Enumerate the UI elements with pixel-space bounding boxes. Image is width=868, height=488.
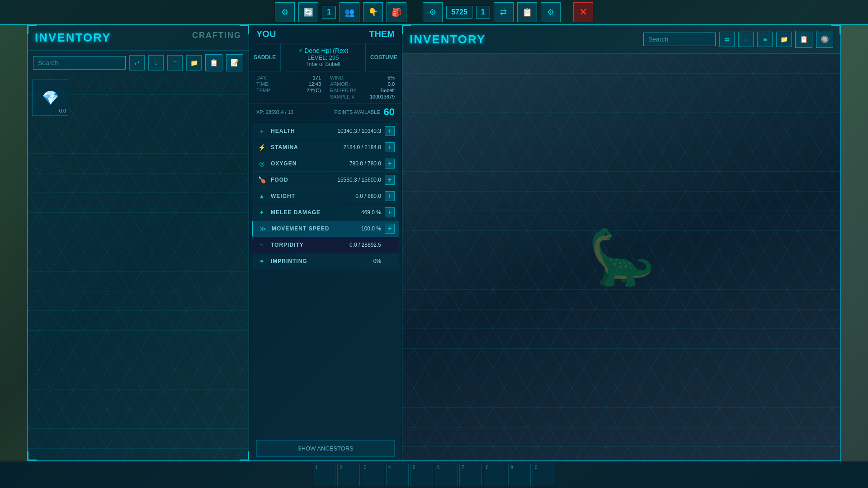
left-sort-btn[interactable]: ≡ xyxy=(167,55,183,70)
temp-row: TEMP: 24°(C) xyxy=(256,88,321,93)
armor-label: ARMOR: xyxy=(330,81,350,87)
hud-transfer-btn[interactable]: ⇄ xyxy=(494,2,514,22)
dino-gender: ♂ Done HpI (Rex) xyxy=(286,47,360,54)
temp-label: TEMP: xyxy=(256,88,272,93)
hud-engrams-btn[interactable]: ⚙ xyxy=(275,2,295,22)
armor-value: 0.0 xyxy=(388,81,395,87)
hud-sort-btn[interactable]: 📋 xyxy=(517,2,537,22)
hotbar-slot-1[interactable]: 1 xyxy=(313,464,335,486)
stat-row-imprinting: ❧ IMPRINTING 0% xyxy=(252,253,399,269)
xp-area: XP: 28593.4 / 10 POINTS AVAILABLE 60 xyxy=(249,103,402,121)
health-plus-btn[interactable]: + xyxy=(385,126,395,136)
stat-row-health[interactable]: + HEALTH 10340.3 / 10340.3 + xyxy=(252,123,399,139)
stat-row-movement[interactable]: ≫ MOVEMENT SPEED 100.0 % + xyxy=(252,221,399,237)
sample-row: SAMPLE #: 100013679 xyxy=(330,94,395,99)
left-folder-btn[interactable]: 📁 xyxy=(186,55,202,70)
right-folder-btn[interactable]: 📁 xyxy=(776,32,792,47)
sample-label: SAMPLE #: xyxy=(330,94,356,99)
hotbar-slot-9[interactable]: 9 xyxy=(508,464,531,486)
hotbar-slot-3[interactable]: 3 xyxy=(362,464,384,486)
left-notes-btn[interactable]: 📝 xyxy=(226,54,243,71)
right-sort-btn[interactable]: ≡ xyxy=(757,32,773,47)
stat-row-weight[interactable]: ▲ WEIGHT 0.0 / 880.0 + xyxy=(252,188,399,204)
oxygen-plus-btn[interactable]: + xyxy=(385,159,395,169)
gem-value: 0.0 xyxy=(59,108,66,113)
raised-value: Bobelt xyxy=(381,88,395,93)
right-drop-btn[interactable]: ↓ xyxy=(738,32,754,47)
hotbar-slot-7[interactable]: 7 xyxy=(459,464,482,486)
food-plus-btn[interactable]: + xyxy=(385,175,395,185)
hotbar-slot-6[interactable]: 6 xyxy=(435,464,458,486)
weight-plus-btn[interactable]: + xyxy=(385,191,395,201)
temp-value: 24°(C) xyxy=(307,88,321,93)
left-search-input[interactable] xyxy=(33,56,126,70)
torpidity-icon: ~ xyxy=(256,239,267,250)
hotbar-num-1: 1 xyxy=(315,465,318,470)
movement-label: MOVEMENT SPEED xyxy=(272,225,336,232)
hud-drop-btn[interactable]: 👇 xyxy=(363,2,383,22)
wind-label: WIND: xyxy=(330,75,344,80)
stat-row-food[interactable]: 🍗 FOOD 15560.3 / 15600.0 + xyxy=(252,172,399,188)
hud-tribe-btn[interactable]: 👥 xyxy=(340,2,359,22)
points-label: POINTS AVAILABLE xyxy=(334,109,380,115)
stat-row-oxygen[interactable]: ◎ OXYGEN 780.0 / 780.0 + xyxy=(252,156,399,172)
oxygen-label: OXYGEN xyxy=(271,160,336,167)
points-value: 60 xyxy=(384,106,395,118)
right-creature-silhouette: 🦕 xyxy=(588,225,656,289)
left-craft-btn[interactable]: 📋 xyxy=(205,54,222,71)
right-craft-btn[interactable]: 📋 xyxy=(795,31,812,48)
imprinting-icon: ❧ xyxy=(256,256,267,267)
hotbar-slot-4[interactable]: 4 xyxy=(386,464,409,486)
melee-label: MELEE DAMAGE xyxy=(271,209,336,216)
imprinting-value: 0% xyxy=(336,258,381,264)
right-dino-viewer: 🦕 xyxy=(402,54,840,460)
raised-row: RAISED BY: Bobelt xyxy=(330,88,395,93)
left-transfer-btn[interactable]: ⇄ xyxy=(129,55,145,70)
stats-section: + HEALTH 10340.3 / 10340.3 + ⚡ STAMINA 2… xyxy=(249,121,402,436)
close-button[interactable]: ✕ xyxy=(573,2,593,22)
hotbar-slot-2[interactable]: 2 xyxy=(337,464,360,486)
hud-inventory-btn[interactable]: 🔄 xyxy=(298,2,318,22)
stamina-plus-btn[interactable]: + xyxy=(385,142,395,152)
stamina-label: STAMINA xyxy=(271,144,336,150)
crafting-tab[interactable]: CRAFTING xyxy=(192,31,241,40)
right-transfer-btn[interactable]: ⇄ xyxy=(719,32,735,47)
stat-row-melee[interactable]: ✦ MELEE DAMAGE 469.0 % + xyxy=(252,205,399,221)
hotbar-slot-8[interactable]: 8 xyxy=(484,464,506,486)
hotbar-num-3: 3 xyxy=(364,465,367,470)
wind-row: WIND: 5% xyxy=(330,75,395,80)
food-icon: 🍗 xyxy=(256,174,267,185)
world-info: DAY: 171 WIND: 5% TIME: 12:43 ARMOR: 0.0… xyxy=(249,71,402,103)
armor-row: ARMOR: 0.0 xyxy=(330,81,395,87)
weight-label: WEIGHT xyxy=(271,193,336,199)
time-label: TIME: xyxy=(256,81,269,87)
hud-settings-btn[interactable]: ⚙ xyxy=(541,2,561,22)
right-notes-btn[interactable]: 🔘 xyxy=(816,31,833,48)
inventory-item-gem[interactable]: 💎 0.0 xyxy=(32,80,68,116)
health-label: HEALTH xyxy=(271,128,336,134)
left-panel-header: INVENTORY CRAFTING xyxy=(28,25,249,51)
currency-value: 5725 xyxy=(451,8,467,16)
stat-row-stamina[interactable]: ⚡ STAMINA 2184.0 / 2184.0 + xyxy=(252,140,399,155)
hud-bag-btn[interactable]: 🎒 xyxy=(387,2,406,22)
right-panel-header: INVENTORY ⇄ ↓ ≡ 📁 📋 🔘 xyxy=(402,25,840,54)
oxygen-icon: ◎ xyxy=(256,158,267,169)
melee-plus-btn[interactable]: + xyxy=(385,207,395,217)
center-header: YOU THEM xyxy=(249,25,402,43)
hotbar-num-2: 2 xyxy=(340,465,342,470)
hud-right-engrams-btn[interactable]: ⚙ xyxy=(423,2,443,22)
imprinting-label: IMPRINTING xyxy=(271,258,336,264)
gem-icon: 💎 xyxy=(42,90,59,106)
movement-plus-btn[interactable]: + xyxy=(385,224,395,234)
panels-container: INVENTORY CRAFTING ⇄ ↓ ≡ 📁 📋 📝 💎 0.0 xyxy=(27,25,841,461)
day-label: DAY: xyxy=(256,75,267,80)
right-search-input[interactable] xyxy=(643,33,716,46)
hotbar-num-9: 9 xyxy=(510,465,513,470)
right-dino-background: 🦕 xyxy=(402,54,840,460)
ancestors-button[interactable]: Show Ancestors xyxy=(256,440,395,457)
center-stats-panel: YOU THEM SADDLE ♂ Done HpI (Rex) LEVEL: … xyxy=(249,25,402,461)
hotbar-slot-5[interactable]: 5 xyxy=(410,464,433,486)
hotbar-slot-0[interactable]: 0 xyxy=(533,464,555,486)
left-drop-btn[interactable]: ↓ xyxy=(148,55,164,70)
xp-text: XP: 28593.4 / 10 xyxy=(256,109,293,115)
